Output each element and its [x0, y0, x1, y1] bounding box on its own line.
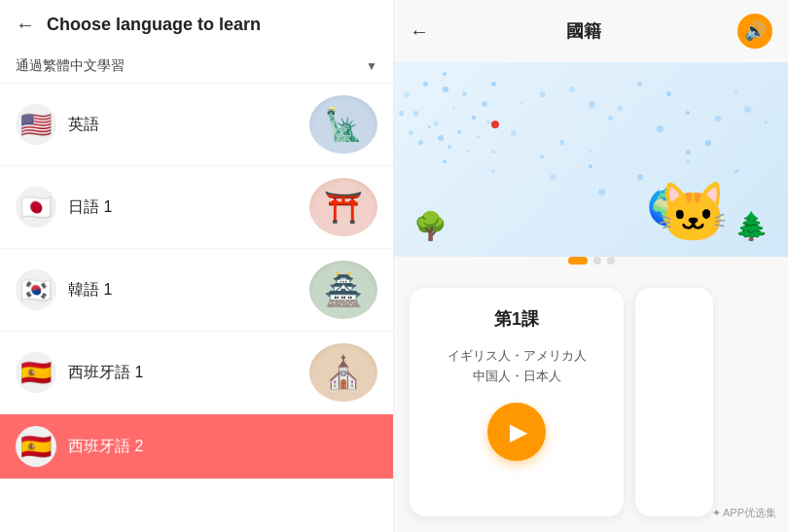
indicator-dot-2 — [607, 257, 615, 265]
map-dot — [618, 106, 623, 111]
map-dot — [433, 121, 439, 126]
lesson-title: 第1課 — [494, 307, 539, 331]
language-dropdown[interactable]: 通過繁體中文學習 ▼ — [0, 50, 393, 84]
map-dot — [637, 174, 643, 180]
language-item-korean[interactable]: 🇰🇷韓語 1🏯 — [0, 249, 393, 332]
map-dot — [540, 91, 546, 97]
language-name: 西班牙語 2 — [68, 437, 143, 457]
language-list: 🇺🇸英語🗽🇯🇵日語 1⛩️🇰🇷韓語 1🏯🇪🇸西班牙語 1⛪🇪🇸西班牙語 2 — [0, 84, 393, 532]
map-dot — [589, 150, 591, 153]
dropdown-text: 通過繁體中文學習 — [16, 57, 125, 75]
map-dot — [559, 140, 564, 145]
right-title: 國籍 — [566, 19, 601, 43]
map-dot — [443, 160, 447, 163]
map-dot — [413, 111, 418, 116]
lesson-card[interactable]: 第1課 イギリス人・アメリカ人 中国人・日本人 ▶ — [410, 288, 624, 516]
map-dot — [448, 145, 451, 149]
map-dot — [491, 150, 495, 154]
chevron-down-icon: ▼ — [366, 59, 377, 73]
sound-icon: 🔊 — [744, 20, 766, 42]
lesson-subtitle: イギリス人・アメリカ人 中国人・日本人 — [448, 346, 587, 387]
map-dot — [452, 106, 455, 109]
map-dot — [686, 111, 690, 115]
slide-indicators — [394, 257, 788, 265]
map-dot — [550, 174, 556, 181]
map-dot — [423, 82, 428, 87]
map-dot — [764, 121, 768, 124]
map-dot — [589, 164, 592, 168]
map-dot — [540, 155, 544, 159]
flag-icon: 🇪🇸 — [16, 352, 56, 393]
map-dot — [715, 116, 721, 122]
language-illustration: ⛩️ — [309, 178, 377, 236]
map-dot — [443, 87, 448, 92]
sound-button[interactable]: 🔊 — [737, 14, 772, 49]
language-name: 英語 — [68, 115, 99, 135]
map-dot — [657, 125, 663, 132]
language-name: 韓語 1 — [68, 280, 112, 301]
map-dot — [486, 121, 490, 124]
right-header: ← 國籍 🔊 — [394, 0, 788, 62]
next-lesson-card[interactable] — [635, 288, 713, 516]
indicator-dot-1 — [593, 257, 601, 265]
right-back-button[interactable]: ← — [410, 20, 429, 43]
flag-icon: 🇺🇸 — [16, 104, 56, 145]
language-item-japanese[interactable]: 🇯🇵日語 1⛩️ — [0, 166, 393, 249]
map-dot — [491, 169, 495, 173]
map-dot — [418, 140, 423, 145]
language-item-spanish2[interactable]: 🇪🇸西班牙語 2 — [0, 414, 393, 479]
flag-icon: 🇰🇷 — [16, 269, 56, 310]
map-dot — [443, 72, 447, 76]
language-illustration: 🗽 — [309, 95, 377, 154]
map-dot — [686, 160, 691, 164]
map-dot — [686, 150, 691, 155]
right-panel: ← 國籍 🔊 🌳 🌍 🐱 🌲 第1課 イギリス人・アメリカ人 中国人・日本人 ▶… — [394, 0, 788, 532]
location-pin — [491, 121, 499, 128]
language-item-spanish1[interactable]: 🇪🇸西班牙語 1⛪ — [0, 332, 393, 414]
flag-icon: 🇪🇸 — [16, 426, 56, 467]
language-name: 日語 1 — [68, 197, 112, 218]
map-dot — [705, 140, 711, 146]
map-dot — [404, 91, 410, 97]
map-dot — [637, 82, 642, 87]
map-dot — [598, 189, 605, 195]
lesson-section: 第1課 イギリス人・アメリカ人 中国人・日本人 ▶ — [394, 272, 788, 532]
map-dot — [428, 125, 431, 128]
map-dot — [608, 116, 613, 121]
language-illustration: ⛪ — [309, 343, 377, 402]
map-dot — [438, 135, 444, 141]
map-dot — [589, 101, 595, 108]
left-header: ← Choose language to learn — [0, 0, 393, 50]
tree-right-icon: 🌲 — [734, 210, 769, 242]
language-illustration: 🏯 — [309, 261, 377, 319]
indicator-dot-0 — [568, 257, 588, 265]
map-dot — [520, 101, 523, 104]
map-dot — [457, 130, 461, 134]
map-dot — [491, 82, 496, 87]
mascot-character: 🐱 — [657, 178, 730, 247]
map-dot — [462, 91, 467, 96]
page-title: Choose language to learn — [47, 15, 261, 35]
map-dot — [467, 150, 470, 153]
map-dot — [482, 101, 487, 107]
language-name: 西班牙語 1 — [68, 363, 143, 383]
map-dot — [399, 111, 404, 116]
map-dot — [666, 91, 671, 96]
map-dot — [569, 87, 575, 92]
back-button[interactable]: ← — [16, 14, 35, 36]
left-panel: ← Choose language to learn 通過繁體中文學習 ▼ 🇺🇸… — [0, 0, 394, 532]
watermark: ✦ APP优选集 — [712, 506, 776, 520]
map-dot — [409, 130, 413, 135]
map-dot — [472, 116, 476, 120]
map-dot — [477, 135, 481, 139]
tree-left-icon: 🌳 — [413, 210, 448, 242]
map-dot — [734, 169, 738, 173]
play-button[interactable]: ▶ — [487, 403, 546, 461]
map-dot — [511, 130, 517, 136]
language-item-english[interactable]: 🇺🇸英語🗽 — [0, 84, 393, 166]
map-section: 🌳 🌍 🐱 🌲 — [394, 62, 788, 257]
play-icon: ▶ — [510, 418, 527, 445]
map-dot — [734, 91, 737, 94]
map-dot — [744, 106, 751, 113]
flag-icon: 🇯🇵 — [16, 187, 56, 228]
